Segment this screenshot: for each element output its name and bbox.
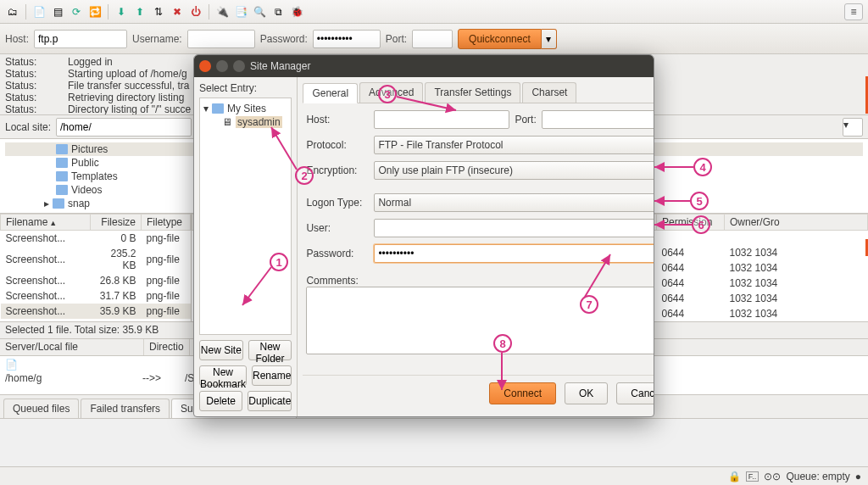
table-row[interactable]: Screenshot...35.9 KBpng-file (1, 304, 191, 319)
tab-failed[interactable]: Failed transfers (81, 399, 170, 418)
protocol-label: Protocol: (306, 139, 369, 151)
tb-open-icon[interactable]: 📄 (31, 4, 47, 20)
comments-label: Comments: (306, 275, 358, 287)
table-row[interactable]: Screenshot...31.7 KBpng-file (1, 288, 191, 304)
status-bar: 🔒 F.. ⊙⊙ Queue: empty ● (0, 466, 868, 485)
qc-port-input[interactable] (412, 30, 453, 48)
ftp-mode-icon: F.. (746, 471, 760, 482)
user-label: User: (306, 222, 369, 234)
tb-refresh-icon[interactable]: ⟳ (69, 4, 84, 20)
local-site-path-input[interactable] (56, 118, 192, 137)
new-bookmark-button[interactable]: New Bookmark (199, 365, 247, 386)
cancel-button[interactable]: Cancel (616, 382, 654, 404)
tb-cancel-icon[interactable]: ✖ (170, 4, 185, 20)
close-icon[interactable] (199, 60, 211, 72)
folder-icon (56, 158, 68, 168)
tab-charset[interactable]: Charset (522, 82, 576, 103)
list-item: 📄 (5, 359, 18, 371)
qc-host-input[interactable] (34, 30, 127, 48)
tb-bugs-icon[interactable]: 🐞 (289, 4, 304, 20)
tb-up-icon[interactable]: ⬆ (132, 4, 147, 20)
folder-icon (56, 144, 68, 154)
remote-site-dropdown[interactable]: ▾ (843, 118, 863, 137)
local-file-table[interactable]: Filename▲ Filesize Filetype Screenshot..… (0, 214, 191, 322)
local-site-label: Local site: (5, 121, 51, 133)
status-message: Starting upload of /home/g (68, 68, 187, 80)
table-row[interactable]: Screenshot...235.2 KBpng-file (1, 246, 191, 273)
qc-user-input[interactable] (187, 30, 255, 48)
tb-bookmark-icon[interactable]: 📑 (233, 4, 248, 20)
folder-icon (56, 171, 68, 181)
ok-button[interactable]: OK (565, 382, 608, 404)
bullet-icon: ● (855, 471, 861, 482)
host-input[interactable] (374, 110, 509, 129)
status-message: Directory listing of "/" succe (68, 103, 191, 115)
port-label: Port: (515, 114, 536, 125)
col-permission[interactable]: Permission (657, 215, 725, 231)
tb-filter-icon[interactable]: 🔍 (252, 4, 267, 20)
password-label: Password: (306, 248, 369, 259)
col-owner[interactable]: Owner/Gro (725, 215, 868, 231)
tb-reconnect-icon[interactable]: 🔌 (214, 4, 230, 20)
tb-sitemgr-icon[interactable]: 🗂 (5, 4, 20, 20)
status-message: Retrieving directory listing (68, 92, 184, 103)
col-filename[interactable]: Filename▲ (1, 215, 91, 231)
minimize-icon[interactable] (216, 60, 228, 72)
table-row[interactable]: Screenshot...0 Bpng-file (1, 231, 191, 247)
select-entry-label: Select Entry: (199, 82, 292, 94)
maximize-icon[interactable] (233, 60, 245, 72)
table-row[interactable]: Screenshot...26.8 KBpng-file (1, 273, 191, 288)
queue-text: Queue: empty (786, 471, 849, 482)
xh-dir[interactable]: Directio (144, 339, 190, 355)
folder-icon (53, 198, 64, 209)
tab-advanced[interactable]: Advanced (359, 82, 423, 103)
col-filesize[interactable]: Filesize (91, 215, 142, 231)
hamburger-menu-icon[interactable]: ≡ (844, 3, 863, 20)
password-input[interactable] (374, 244, 654, 263)
new-folder-button[interactable]: New Folder (248, 340, 292, 360)
quickconnect-button[interactable]: Quickconnect (458, 29, 542, 49)
tab-transfer-settings[interactable]: Transfer Settings (425, 82, 520, 103)
logon-type-select[interactable]: Normal⇳ (374, 193, 654, 212)
tb-down-icon[interactable]: ⬇ (114, 4, 129, 20)
new-site-button[interactable]: New Site (199, 340, 243, 360)
tree-item-sysadmin[interactable]: 🖥 sysadmin (203, 115, 287, 129)
status-message: File transfer successful, tra (68, 80, 189, 92)
xfer-dir: -->> (142, 372, 175, 384)
qc-pass-input[interactable] (313, 30, 381, 48)
port-input[interactable] (542, 110, 654, 129)
xh-file[interactable]: Server/Local file (0, 339, 144, 355)
dialog-titlebar[interactable]: Site Manager (194, 55, 654, 77)
qc-user-label: Username: (132, 33, 182, 45)
user-input[interactable] (374, 219, 654, 237)
tree-root[interactable]: ▾ My Sites (203, 102, 287, 115)
tab-queued[interactable]: Queued files (3, 399, 79, 418)
connect-button[interactable]: Connect (489, 382, 556, 404)
server-icon: 🖥 (222, 116, 232, 128)
comments-textarea[interactable] (306, 287, 654, 354)
status-label: Status: (5, 80, 53, 92)
delete-button[interactable]: Delete (199, 391, 242, 411)
tab-general[interactable]: General (303, 83, 358, 103)
site-tree[interactable]: ▾ My Sites 🖥 sysadmin (199, 98, 292, 335)
col-filetype[interactable]: Filetype (142, 215, 191, 231)
quickconnect-bar: Host: Username: Password: Port: Quickcon… (0, 24, 868, 54)
tb-sync-icon[interactable]: 🔁 (87, 4, 103, 20)
status-label: Status: (5, 92, 53, 103)
tb-list-icon[interactable]: ▤ (50, 4, 65, 20)
logon-type-label: Logon Type: (306, 197, 369, 209)
tb-disconnect-icon[interactable]: ⏻ (188, 4, 203, 20)
tb-sort-icon[interactable]: ⇅ (151, 4, 166, 20)
host-label: Host: (306, 114, 369, 125)
quickconnect-history-dropdown[interactable]: ▾ (542, 29, 557, 49)
encryption-select[interactable]: Only use plain FTP (insecure)⇳ (374, 161, 654, 180)
main-toolbar: 🗂 📄 ▤ ⟳ 🔁 ⬇ ⬆ ⇅ ✖ ⏻ 🔌 📑 🔍 ⧉ 🐞 (0, 0, 868, 24)
dialog-tabs: General Advanced Transfer Settings Chars… (303, 82, 654, 103)
duplicate-button[interactable]: Duplicate (248, 391, 292, 411)
status-message: Logged in (68, 56, 113, 68)
protocol-select[interactable]: FTP - File Transfer Protocol⇳ (374, 136, 654, 154)
tb-compare-icon[interactable]: ⧉ (270, 4, 286, 20)
status-label: Status: (5, 56, 53, 68)
site-manager-dialog: Site Manager Select Entry: ▾ My Sites 🖥 … (193, 54, 654, 417)
rename-button[interactable]: Rename (252, 365, 292, 386)
